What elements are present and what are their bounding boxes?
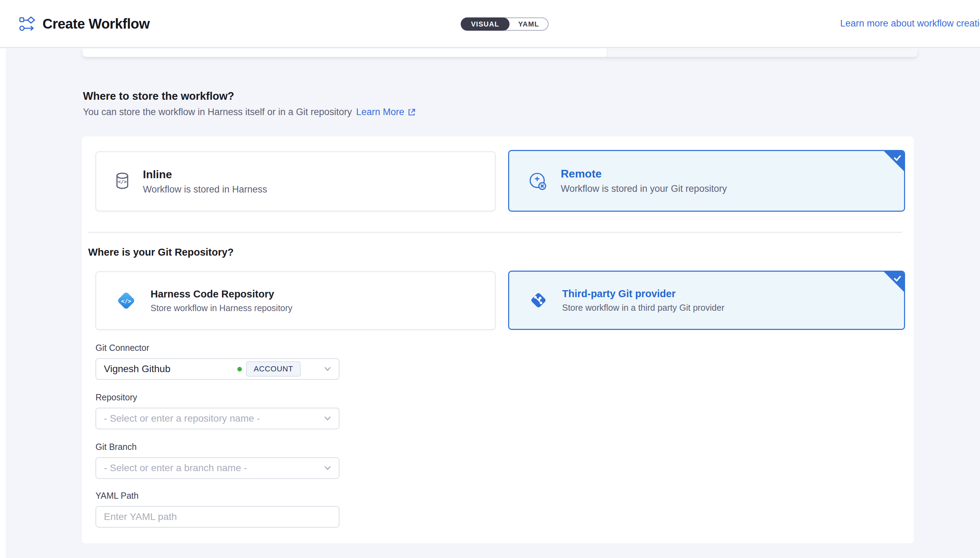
option-card-remote[interactable]: Remote Workflow is stored in your Git re… <box>508 150 905 212</box>
external-link-icon <box>407 108 416 117</box>
svg-text:</>: </> <box>121 298 131 304</box>
git-diamond-icon <box>528 290 549 311</box>
option-card-harness-code[interactable]: </> Harness Code Repository Store workfl… <box>95 271 496 330</box>
visual-yaml-toggle: VISUAL YAML <box>461 18 548 31</box>
page-title: Create Workflow <box>43 16 149 32</box>
repository-input[interactable] <box>95 408 339 429</box>
scrolled-card-remnant <box>83 48 917 57</box>
git-connector-field: ACCOUNT <box>95 358 339 380</box>
workflow-store-panel: </> Inline Workflow is stored in Harness… <box>82 136 914 543</box>
option-description: Workflow is stored in your Git repositor… <box>561 184 727 194</box>
yaml-path-label: YAML Path <box>95 491 139 501</box>
create-workflow-screen: Create Workflow VISUAL YAML Learn more a… <box>0 0 980 558</box>
check-icon <box>893 274 902 283</box>
yaml-path-input[interactable] <box>95 506 339 528</box>
store-section-heading: Where to store the workflow? <box>83 90 234 103</box>
yaml-path-field <box>95 506 339 528</box>
repo-section-heading: Where is your Git Repository? <box>88 246 234 258</box>
option-title: Third-party Git provider <box>562 288 724 300</box>
learn-more-link[interactable]: Learn More <box>356 107 416 118</box>
learn-more-workflow-link[interactable]: Learn more about workflow creation <box>840 18 980 29</box>
toggle-visual[interactable]: VISUAL <box>461 18 509 31</box>
repository-field <box>95 408 339 429</box>
scrolled-card-remnant-right <box>607 48 917 57</box>
git-branch-label: Git Branch <box>95 442 137 452</box>
check-icon <box>893 153 902 162</box>
harness-code-diamond-icon: </> <box>115 289 137 312</box>
option-title: Remote <box>561 167 727 180</box>
repository-label: Repository <box>95 392 137 402</box>
option-card-text: Harness Code Repository Store workflow i… <box>151 289 293 313</box>
git-branch-field <box>95 457 339 479</box>
database-code-icon: </> <box>115 171 130 192</box>
option-card-third-party[interactable]: Third-party Git provider Store workflow … <box>508 271 905 330</box>
option-description: Store workflow in a third party Git prov… <box>562 303 724 313</box>
section-divider <box>88 232 902 233</box>
store-section-subtitle-text: You can store the workflow in Harness it… <box>83 107 352 118</box>
option-card-inline[interactable]: </> Inline Workflow is stored in Harness <box>95 151 496 211</box>
git-connector-label: Git Connector <box>95 343 149 353</box>
option-title: Harness Code Repository <box>151 289 293 300</box>
store-section-subtitle: You can store the workflow in Harness it… <box>83 107 416 118</box>
left-gutter <box>0 48 6 558</box>
connector-status-dot <box>237 367 242 371</box>
scrolled-card-remnant-left <box>83 48 607 57</box>
header-title-group: Create Workflow <box>19 0 149 48</box>
git-connector-input[interactable] <box>95 358 339 380</box>
workflow-icon <box>19 16 36 32</box>
option-card-text: Inline Workflow is stored in Harness <box>143 168 267 195</box>
option-card-text: Remote Workflow is stored in your Git re… <box>561 167 727 194</box>
remote-git-icon <box>528 171 548 191</box>
svg-text:</>: </> <box>118 179 127 184</box>
option-card-text: Third-party Git provider Store workflow … <box>562 288 724 313</box>
option-description: Workflow is stored in Harness <box>143 184 267 195</box>
scope-badge: ACCOUNT <box>246 361 301 377</box>
option-description: Store workflow in Harness repository <box>151 303 293 313</box>
option-title: Inline <box>143 168 267 181</box>
header: Create Workflow VISUAL YAML Learn more a… <box>0 0 980 48</box>
toggle-yaml[interactable]: YAML <box>509 18 548 30</box>
git-branch-input[interactable] <box>95 457 339 479</box>
